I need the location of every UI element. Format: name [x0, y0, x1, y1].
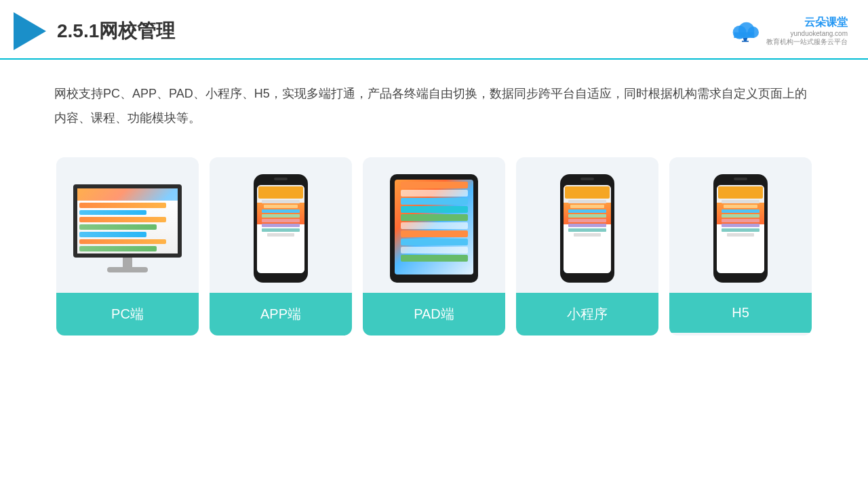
- h5-phone-icon: [713, 174, 768, 283]
- cloud-brand-icon: [728, 19, 762, 43]
- device-card-h5: H5: [669, 157, 812, 336]
- pad-label: PAD端: [363, 293, 505, 336]
- header-left: 2.5.1网校管理: [14, 12, 175, 50]
- header-right: 云朵课堂 yunduoketang.com 教育机构一站式服务云平台: [728, 16, 848, 47]
- device-card-app: APP端: [210, 157, 352, 336]
- miniprogram-label: 小程序: [516, 293, 658, 336]
- logo-icon: [14, 12, 46, 50]
- pc-monitor-icon: [73, 184, 182, 272]
- miniprogram-image-area: [516, 157, 658, 293]
- pc-label: PC端: [56, 293, 199, 336]
- device-card-pad: PAD端: [363, 157, 505, 336]
- device-card-miniprogram: 小程序: [516, 157, 658, 336]
- page-title: 2.5.1网校管理: [57, 18, 175, 44]
- pc-image-area: [56, 157, 199, 293]
- pad-tablet-icon: [390, 174, 478, 283]
- brand-name: 云朵课堂: [804, 16, 848, 30]
- brand-slogan: 教育机构一站式服务云平台: [766, 37, 848, 47]
- brand-url: yunduoketang.com: [790, 30, 848, 37]
- header: 2.5.1网校管理 云朵课堂 yunduoketang.com 教育机构一站式服…: [0, 0, 868, 60]
- h5-label: H5: [669, 293, 812, 333]
- h5-image-area: [669, 157, 812, 293]
- description-paragraph: 网校支持PC、APP、PAD、小程序、H5，实现多端打通，产品各终端自由切换，数…: [54, 81, 814, 130]
- pad-image-area: [363, 157, 505, 293]
- cloud-logo: 云朵课堂 yunduoketang.com 教育机构一站式服务云平台: [728, 16, 848, 47]
- device-card-pc: PC端: [56, 157, 199, 336]
- app-image-area: [210, 157, 352, 293]
- app-label: APP端: [210, 293, 352, 336]
- description-text: 网校支持PC、APP、PAD、小程序、H5，实现多端打通，产品各终端自由切换，数…: [0, 60, 868, 144]
- brand-info: 云朵课堂 yunduoketang.com 教育机构一站式服务云平台: [766, 16, 848, 47]
- miniprogram-phone-icon: [560, 174, 614, 283]
- app-phone-icon: [254, 174, 308, 283]
- device-cards-container: PC端 A: [0, 144, 868, 356]
- svg-rect-3: [734, 33, 754, 38]
